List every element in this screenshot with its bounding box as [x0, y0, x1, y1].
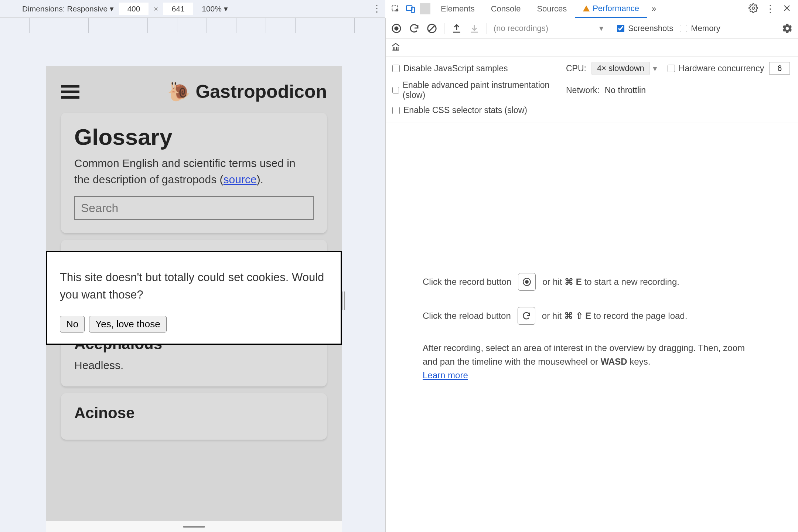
height-input[interactable] — [163, 3, 193, 15]
hardware-concurrency-input[interactable] — [769, 62, 790, 75]
reload-hint-row: Click the reload button or hit ⌘ ⇧ E to … — [423, 307, 687, 325]
hamburger-icon[interactable] — [61, 82, 79, 102]
width-input[interactable] — [119, 3, 149, 15]
device-toolbar: Dimensions: Responsive ▾ × 100% ▾ ⋮ — [0, 0, 385, 18]
collect-garbage-icon[interactable] — [391, 42, 400, 53]
device-toolbar-menu-icon[interactable]: ⋮ — [372, 3, 382, 14]
capture-settings-panel: Disable JavaScript samples CPU: 4× slowd… — [386, 57, 798, 123]
record-icon[interactable] — [391, 23, 402, 34]
device-preview-pane: 🐌 Gastropodicon Glossary Common English … — [0, 18, 385, 532]
dimensions-dropdown[interactable]: Dimensions: Responsive ▾ — [22, 4, 114, 13]
divider — [487, 23, 487, 34]
tab-performance[interactable]: Performance — [575, 0, 647, 18]
ruler-horizontal — [0, 18, 385, 33]
divider — [420, 3, 430, 14]
performance-toolbar-2 — [386, 39, 798, 57]
memory-checkbox-input[interactable] — [680, 25, 687, 32]
divider — [444, 23, 444, 34]
capture-settings-icon[interactable] — [782, 23, 793, 34]
tab-sources[interactable]: Sources — [529, 0, 575, 18]
dimension-separator: × — [154, 4, 158, 13]
css-selector-stats-checkbox[interactable]: Enable CSS selector stats (slow) — [392, 105, 555, 115]
devtools-tab-strip: Elements Console Sources Performance » ⋮ — [385, 0, 798, 18]
cookie-no-button[interactable]: No — [60, 316, 85, 332]
svg-point-8 — [525, 280, 529, 284]
tabs-overflow[interactable]: » — [647, 0, 661, 18]
app-title-text: Gastropodicon — [195, 81, 327, 102]
entry-definition: Headless. — [74, 357, 314, 374]
performance-toolbar: (no recordings) ▾ Screenshots Memory — [386, 18, 798, 39]
screenshots-checkbox-input[interactable] — [617, 25, 624, 32]
tab-performance-label: Performance — [593, 4, 639, 13]
tab-console[interactable]: Console — [483, 0, 529, 18]
download-icon[interactable] — [469, 23, 480, 34]
hardware-concurrency-checkbox[interactable]: Hardware concurrency — [668, 64, 764, 74]
settings-icon[interactable] — [748, 3, 758, 14]
chevron-down-icon[interactable]: ▾ — [653, 64, 657, 74]
cpu-label: CPU: — [566, 64, 586, 74]
upload-icon[interactable] — [451, 23, 462, 34]
resize-handle-icon[interactable] — [342, 291, 345, 310]
memory-checkbox[interactable]: Memory — [680, 24, 720, 33]
glossary-heading: Glossary — [74, 124, 314, 150]
chevron-down-icon[interactable]: ▾ — [599, 24, 603, 33]
divider — [610, 23, 610, 34]
inspect-icon[interactable] — [388, 1, 403, 16]
after-recording-hint: After recording, select an area of inter… — [423, 341, 761, 368]
entry-term: Acinose — [74, 404, 314, 422]
zoom-dropdown[interactable]: 100% ▾ — [202, 4, 228, 13]
app-title: 🐌 Gastropodicon — [167, 81, 327, 102]
svg-point-3 — [752, 7, 755, 10]
cookie-dialog: This site doesn't but totally could set … — [46, 251, 342, 345]
tab-elements[interactable]: Elements — [433, 0, 483, 18]
learn-more-link[interactable]: Learn more — [423, 368, 468, 382]
cookie-text: This site doesn't but totally could set … — [60, 269, 328, 303]
performance-empty-state: Click the record button or hit ⌘ E to st… — [386, 123, 798, 532]
device-toggle-icon[interactable] — [403, 1, 418, 16]
glossary-description: Common English and scientific terms used… — [74, 155, 314, 187]
recordings-dropdown[interactable]: (no recordings) — [494, 24, 548, 33]
divider — [775, 23, 775, 34]
cpu-throttle-dropdown[interactable]: 4× slowdown — [591, 62, 650, 75]
clear-icon[interactable] — [426, 23, 437, 34]
glossary-source-link[interactable]: source — [224, 173, 257, 185]
drawer-handle[interactable] — [46, 521, 342, 532]
performance-panel: (no recordings) ▾ Screenshots Memory — [385, 18, 798, 532]
cookie-yes-button[interactable]: Yes, love those — [89, 316, 166, 332]
snail-icon: 🐌 — [167, 81, 190, 102]
disable-js-samples-checkbox[interactable]: Disable JavaScript samples — [392, 64, 555, 74]
devtools-menu-icon[interactable]: ⋮ — [765, 3, 775, 15]
svg-point-5 — [394, 26, 398, 30]
memory-label: Memory — [691, 24, 720, 33]
paint-instrumentation-checkbox[interactable]: Enable advanced paint instrumentation (s… — [392, 80, 555, 100]
network-throttle-dropdown[interactable]: No throttlin — [605, 85, 646, 95]
warning-icon — [583, 6, 590, 11]
screenshots-checkbox[interactable]: Screenshots — [617, 24, 673, 33]
screenshots-label: Screenshots — [628, 24, 673, 33]
search-input[interactable] — [74, 196, 314, 220]
record-hint-row: Click the record button or hit ⌘ E to st… — [423, 273, 679, 291]
glossary-card: Glossary Common English and scientific t… — [61, 113, 327, 233]
network-label: Network: — [566, 85, 600, 95]
reload-icon[interactable] — [409, 23, 420, 34]
glossary-entry-card: Acinose — [61, 393, 327, 440]
reload-button-sample-icon — [518, 307, 535, 325]
close-icon[interactable] — [782, 4, 791, 14]
record-button-sample-icon — [518, 273, 536, 291]
